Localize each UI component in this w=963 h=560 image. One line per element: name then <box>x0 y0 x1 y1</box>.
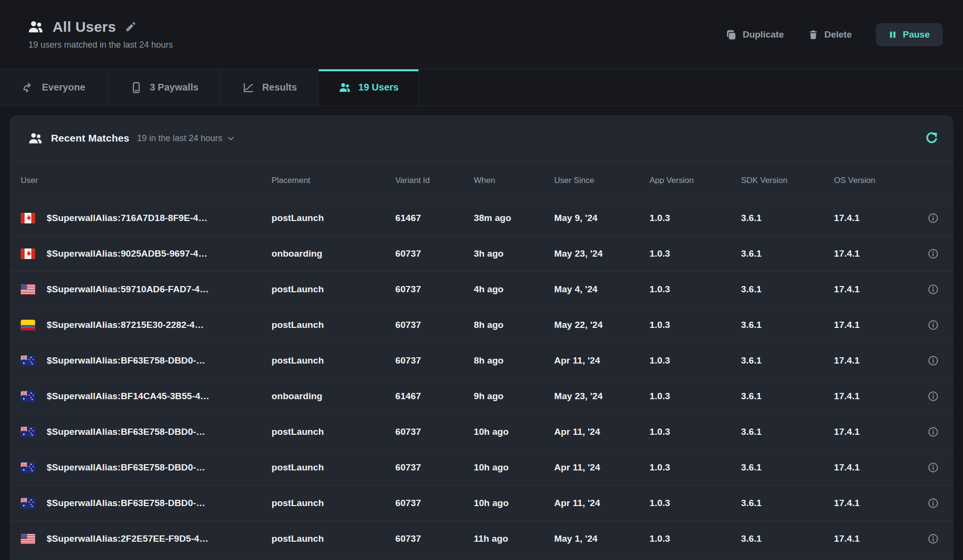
variant-id-cell: 60737 <box>395 248 474 259</box>
sdk-version-cell: 3.6.1 <box>741 427 834 437</box>
copy-icon <box>726 29 737 40</box>
country-flag-icon-au <box>21 355 35 366</box>
table-row[interactable]: $SuperwallAlias:59710AD6-FAD7-4… postLau… <box>10 271 953 307</box>
pause-button[interactable]: Pause <box>876 23 943 46</box>
info-icon <box>927 497 939 509</box>
user-cell: $SuperwallAlias:BF63E758-DBD0-… <box>21 498 272 508</box>
country-flag-icon-au <box>21 462 35 473</box>
header-actions: Duplicate Delete Pause <box>726 23 943 46</box>
row-info-button[interactable] <box>927 391 939 402</box>
tab-paywalls-label: 3 Paywalls <box>150 82 198 93</box>
country-flag-icon-au <box>21 391 35 402</box>
row-info-button[interactable] <box>927 212 939 224</box>
variant-id-cell: 60737 <box>395 534 474 544</box>
user-since-cell: Apr 11, '24 <box>554 427 650 437</box>
app-version-cell: 1.0.3 <box>650 213 741 223</box>
users-icon <box>338 81 351 94</box>
audience-icon <box>22 81 35 94</box>
refresh-button[interactable] <box>924 131 939 145</box>
recent-matches-card: Recent Matches 19 in the last 24 hours U… <box>10 116 953 560</box>
tab-everyone-label: Everyone <box>42 82 85 93</box>
campaign-tab-bar: Everyone 3 Paywalls Results 19 Users <box>0 69 963 106</box>
variant-id-cell: 60737 <box>395 355 474 366</box>
user-cell: $SuperwallAlias:9025ADB5-9697-4… <box>21 248 272 259</box>
os-version-cell: 17.4.1 <box>834 355 905 366</box>
user-since-cell: May 22, '24 <box>554 320 650 330</box>
when-cell: 11h ago <box>474 534 554 544</box>
tab-users-label: 19 Users <box>358 82 398 93</box>
table-row[interactable]: $SuperwallAlias:BF63E758-DBD0-… postLaun… <box>10 449 953 485</box>
table-row[interactable]: $SuperwallAlias:BF63E758-DBD0-… postLaun… <box>10 485 953 521</box>
delete-button[interactable]: Delete <box>808 29 852 40</box>
row-info-button[interactable] <box>927 533 939 545</box>
country-flag-icon-us <box>21 284 35 295</box>
duplicate-button[interactable]: Duplicate <box>726 29 784 40</box>
info-icon <box>927 212 939 224</box>
user-since-cell: Apr 11, '24 <box>554 462 650 473</box>
user-alias: $SuperwallAlias:BF63E758-DBD0-… <box>47 462 205 473</box>
edit-pencil-icon[interactable] <box>125 21 136 33</box>
row-info-button[interactable] <box>927 319 939 331</box>
sdk-version-cell: 3.6.1 <box>741 462 834 473</box>
tab-paywalls[interactable]: 3 Paywalls <box>108 69 221 105</box>
variant-id-cell: 60737 <box>395 462 474 473</box>
phone-icon <box>130 81 143 94</box>
time-range-label: 19 in the last 24 hours <box>137 133 222 143</box>
os-version-cell: 17.4.1 <box>834 462 905 473</box>
os-version-cell: 17.4.1 <box>834 320 905 330</box>
os-version-cell: 17.4.1 <box>834 534 905 544</box>
table-row[interactable]: $SuperwallAlias:BF63E758-DBD0-… postLaun… <box>10 342 953 378</box>
pause-icon <box>889 31 897 39</box>
users-icon <box>28 131 43 146</box>
table-row[interactable]: $SuperwallAlias:2F2E57EE-F9D5-4… postLau… <box>10 521 953 556</box>
table-row[interactable]: $SuperwallAlias:87215E30-2282-4… postLau… <box>10 307 953 342</box>
tab-everyone[interactable]: Everyone <box>0 69 108 105</box>
row-info-button[interactable] <box>927 284 939 295</box>
os-version-cell: 17.4.1 <box>834 427 905 437</box>
matched-users-subtitle: 19 users matched in the last 24 hours <box>27 40 173 50</box>
app-version-cell: 1.0.3 <box>650 284 741 295</box>
row-info-button[interactable] <box>927 426 939 438</box>
when-cell: 8h ago <box>474 320 554 330</box>
user-cell: $SuperwallAlias:BF63E758-DBD0-… <box>21 462 272 473</box>
user-alias: $SuperwallAlias:BF14CA45-3B55-4… <box>47 391 209 402</box>
page-title: All Users <box>52 19 116 35</box>
placement-cell: postLaunch <box>272 284 395 295</box>
row-info-button[interactable] <box>927 497 939 509</box>
row-info-button[interactable] <box>927 462 939 473</box>
tab-users[interactable]: 19 Users <box>319 69 419 105</box>
when-cell: 10h ago <box>474 498 554 508</box>
placement-cell: postLaunch <box>272 427 395 437</box>
info-icon <box>927 426 939 438</box>
row-info-button[interactable] <box>927 248 939 260</box>
card-title: Recent Matches <box>51 132 130 144</box>
sdk-version-cell: 3.6.1 <box>741 534 834 544</box>
row-info-button[interactable] <box>927 355 939 366</box>
country-flag-icon-ca <box>21 213 35 223</box>
user-since-cell: Apr 11, '24 <box>554 498 650 508</box>
tab-results[interactable]: Results <box>221 69 319 105</box>
table-row[interactable]: $SuperwallAlias:9025ADB5-9697-4… onboard… <box>10 235 953 271</box>
col-header-variant-id: Variant Id <box>395 176 474 185</box>
user-cell: $SuperwallAlias:BF14CA45-3B55-4… <box>21 391 272 402</box>
user-alias: $SuperwallAlias:BF63E758-DBD0-… <box>47 355 205 366</box>
time-range-dropdown[interactable]: 19 in the last 24 hours <box>137 133 235 143</box>
table-row[interactable]: $SuperwallAlias:BF14CA45-3B55-4… onboard… <box>10 378 953 414</box>
placement-cell: onboarding <box>272 391 395 402</box>
user-since-cell: Apr 11, '24 <box>554 355 650 366</box>
app-version-cell: 1.0.3 <box>650 391 741 402</box>
user-since-cell: May 9, '24 <box>554 213 650 223</box>
sdk-version-cell: 3.6.1 <box>741 498 834 508</box>
placement-cell: postLaunch <box>272 355 395 366</box>
pause-label: Pause <box>903 29 930 40</box>
sdk-version-cell: 3.6.1 <box>741 248 834 259</box>
country-flag-icon-us <box>21 534 35 544</box>
sdk-version-cell: 3.6.1 <box>741 391 834 402</box>
trash-icon <box>808 29 819 40</box>
col-header-app-version: App Version <box>650 176 741 185</box>
table-row[interactable]: $SuperwallAlias:BF63E758-DBD0-… postLaun… <box>10 414 953 449</box>
table-row[interactable]: $SuperwallAlias:716A7D18-8F9E-4… postLau… <box>10 200 953 235</box>
variant-id-cell: 61467 <box>395 213 474 223</box>
placement-cell: postLaunch <box>272 534 395 544</box>
os-version-cell: 17.4.1 <box>834 284 905 295</box>
